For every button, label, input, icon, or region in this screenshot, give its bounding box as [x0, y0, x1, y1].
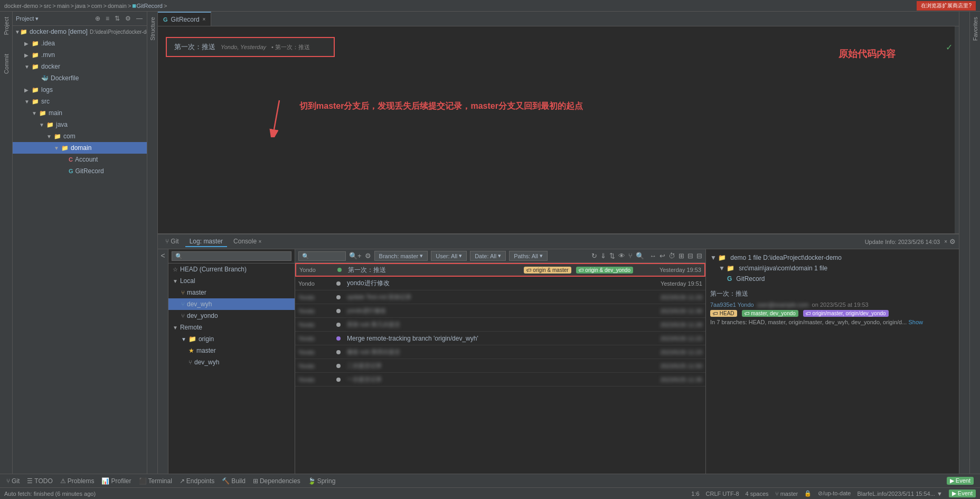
project-side-label[interactable]: Project: [3, 14, 10, 38]
search-commits-btn[interactable]: 🔍: [636, 252, 644, 260]
collapse-panel[interactable]: <: [158, 249, 168, 474]
tab-git[interactable]: ⑂ Git: [161, 237, 183, 247]
sort-icon[interactable]: ⇅: [114, 14, 121, 23]
add-icon[interactable]: ⊕: [94, 14, 101, 23]
commit-row-4[interactable]: Yondo 添加 sub 第几次提交 2023/5/26 11:28: [295, 318, 705, 332]
todo-tool-btn[interactable]: ☰ TODO: [24, 476, 55, 486]
breadcrumb-item-active[interactable]: GitRecord: [136, 3, 163, 9]
breadcrumb-item[interactable]: src: [44, 3, 52, 9]
favorites-label[interactable]: Favorites: [972, 14, 978, 44]
detail-show-link[interactable]: Show: [908, 319, 923, 325]
user-filter-btn[interactable]: User: All ▾: [431, 251, 467, 261]
git-panel-settings[interactable]: ⚙: [949, 238, 956, 246]
build-tool-btn[interactable]: 🔨 Build: [219, 476, 249, 486]
branch-remote-header[interactable]: ▼ Remote: [168, 322, 295, 333]
refresh-btn[interactable]: ↻: [591, 252, 597, 260]
breadcrumb-item[interactable]: com: [91, 3, 102, 9]
paths-filter-btn[interactable]: Paths: All ▾: [509, 251, 548, 261]
branch-origin-header[interactable]: ▼ 📁 origin: [168, 333, 295, 345]
search-plus-btn[interactable]: 🔍+: [349, 252, 362, 260]
commit-row-0[interactable]: Yondo 第一次：推送 🏷 origin & master 🏷 origin …: [295, 263, 705, 277]
branch-origin-dev-wyh[interactable]: ⑂ dev_wyh: [168, 356, 295, 368]
editor-scrollbar[interactable]: [955, 26, 959, 233]
expand-icon[interactable]: ≡: [105, 14, 110, 23]
spring-label: Spring: [317, 477, 336, 485]
branch-item-dev-wyh[interactable]: ⑂ dev_wyh: [168, 298, 295, 310]
filter-btn[interactable]: ⊟: [687, 252, 693, 260]
cherry-pick-btn[interactable]: ⇓: [600, 252, 606, 260]
problems-tool-btn[interactable]: ⚠ Problems: [57, 476, 98, 486]
tab-gitrecord[interactable]: G GitRecord ×: [158, 12, 211, 26]
commit-row-2[interactable]: Yondo update Test.md 添加记录 2023/5/26 11:3…: [295, 290, 705, 304]
graph-btn[interactable]: ⊞: [679, 252, 684, 260]
history-btn[interactable]: ⏱: [668, 252, 675, 260]
breadcrumb-item[interactable]: docker-demo: [4, 3, 38, 9]
branch-local-header[interactable]: ▼ Local: [168, 275, 295, 287]
endpoints-tool-btn[interactable]: ↗ Endpoints: [176, 476, 218, 486]
commit-row-7[interactable]: Yondo 二次提交记录 2023/5/25 11:50: [295, 359, 705, 373]
commit-ref: • 第一次：推送: [271, 43, 310, 51]
spring-tool-btn[interactable]: 🍃 Spring: [305, 476, 339, 486]
tab-log-master[interactable]: Log: master: [185, 237, 227, 247]
detail-file-item[interactable]: G GitRecord: [710, 274, 955, 284]
tree-item-dockerfile[interactable]: 🐳 Dockerfile: [13, 72, 147, 84]
eye-btn[interactable]: 👁: [618, 252, 625, 260]
tree-item-main[interactable]: ▼ 📁 main: [13, 107, 147, 119]
commit-row-6[interactable]: Yondo 修改 sub 第四次提交 2023/5/26 11:23: [295, 345, 705, 359]
update-info-close[interactable]: ×: [944, 239, 947, 244]
tree-item-com[interactable]: ▼ 📁 com: [13, 130, 147, 142]
git-tool-btn[interactable]: ⑂ Git: [3, 476, 23, 486]
collapse-icon[interactable]: <: [161, 251, 165, 260]
structure-label[interactable]: Structure: [149, 14, 156, 44]
tab-close-btn[interactable]: ×: [203, 16, 206, 22]
tree-item-logs[interactable]: ▶ 📁 logs: [13, 84, 147, 96]
tree-item-root[interactable]: ▼ 📁 docker-demo [demo] D:\idea\Project\d…: [13, 26, 147, 37]
console-close[interactable]: ×: [258, 239, 261, 244]
commit-row-1[interactable]: Yondo yondo进行修改 Yesterday 19:51: [295, 277, 705, 290]
close-panel-icon[interactable]: —: [135, 14, 144, 23]
branch-status[interactable]: ⑂ master: [775, 491, 798, 497]
branch-origin-master[interactable]: ★ master: [168, 345, 295, 356]
tree-item-account[interactable]: C Account: [13, 154, 147, 165]
breadcrumb-item[interactable]: main: [57, 3, 70, 9]
commit-row-3[interactable]: Yondo yondo进行修改 2023/5/26 11:30: [295, 304, 705, 318]
profiler-tool-btn[interactable]: 📊 Profiler: [98, 476, 134, 486]
branch-filter-btn[interactable]: Branch: master ▾: [374, 251, 428, 261]
branch-item-head[interactable]: ☆ HEAD (Current Branch): [168, 263, 295, 275]
settings-log-btn[interactable]: ⚙: [365, 252, 371, 260]
event-btn[interactable]: ▶ Event: [944, 476, 977, 486]
detail-root-item[interactable]: ▼ 📁 demo 1 file D:\ideaProject\docker-de…: [710, 252, 955, 263]
merge-btn[interactable]: ⇅: [609, 252, 615, 260]
settings-icon[interactable]: ⚙: [124, 14, 132, 23]
undo-btn[interactable]: ↩: [659, 252, 665, 260]
tree-item-java[interactable]: ▼ 📁 java: [13, 119, 147, 130]
event-status-badge[interactable]: ▶ Event: [949, 489, 976, 497]
branch-item-dev-yondo[interactable]: ⑂ dev_yondo: [168, 310, 295, 322]
commit-search-input[interactable]: [298, 251, 346, 261]
tree-item-domain[interactable]: ▼ 📁 domain: [13, 142, 147, 154]
folder-icon: 📁: [46, 121, 54, 128]
branch-search-input[interactable]: [172, 251, 291, 261]
breadcrumb-item[interactable]: domain: [108, 3, 127, 9]
branch-from-btn[interactable]: ⑂: [628, 252, 633, 260]
date-filter-btn[interactable]: Date: All ▾: [470, 251, 506, 261]
dependencies-tool-btn[interactable]: ⊞ Dependencies: [250, 476, 304, 486]
tree-item-src[interactable]: ▼ 📁 src: [13, 96, 147, 107]
tree-item-mvn[interactable]: ▶ 📁 .mvn: [13, 49, 147, 61]
tree-item-idea[interactable]: ▶ 📁 .idea: [13, 37, 147, 49]
commit-msg-3: yondo进行修改: [347, 307, 636, 315]
commit-author-1: Yondo: [298, 280, 330, 287]
commit-row-8[interactable]: Yondo 一次提交记录 2023/5/25 11:35: [295, 373, 705, 387]
terminal-tool-btn[interactable]: ⬛ Terminal: [136, 476, 175, 486]
tab-console[interactable]: Console ×: [229, 237, 266, 247]
detail-sub-item[interactable]: ▼ 📁 src\main\java\com\domain 1 file: [710, 263, 955, 274]
expand-right-btn[interactable]: ↔: [649, 252, 656, 260]
columns-btn[interactable]: ⊟: [696, 252, 702, 260]
tree-item-docker[interactable]: ▼ 📁 docker: [13, 61, 147, 72]
remote-label: Remote: [180, 324, 202, 331]
commit-side-label[interactable]: Commit: [3, 51, 10, 77]
branch-item-master[interactable]: ⑂ master: [168, 287, 295, 298]
breadcrumb-item[interactable]: java: [75, 3, 86, 9]
tree-item-gitrecord[interactable]: G GitRecord: [13, 165, 147, 177]
commit-row-5[interactable]: Yondo Merge remote-tracking branch 'orig…: [295, 332, 705, 345]
